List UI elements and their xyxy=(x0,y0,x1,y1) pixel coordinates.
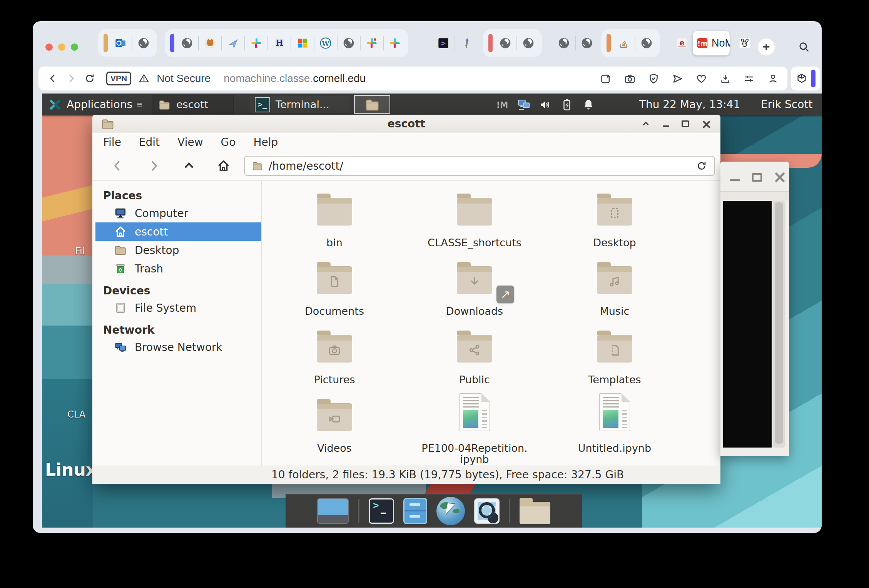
forward-button[interactable] xyxy=(147,159,161,173)
tab-group-pill[interactable] xyxy=(104,34,108,52)
back-button[interactable] xyxy=(47,73,58,84)
sidebar-item-file-system[interactable]: File System xyxy=(92,299,261,317)
nomachine-tray-icon[interactable] xyxy=(495,98,509,112)
up-button[interactable] xyxy=(182,159,196,173)
microsoft-tab-icon[interactable] xyxy=(291,36,314,50)
sidebar-item-browse-network[interactable]: Browse Network xyxy=(92,338,261,356)
web-tab-icon[interactable] xyxy=(132,36,155,50)
refresh-icon[interactable] xyxy=(696,160,707,172)
web-tab-icon[interactable] xyxy=(337,36,360,50)
taskbar-button-active-folder[interactable] xyxy=(354,95,390,114)
new-tab-button[interactable]: + xyxy=(758,38,775,55)
profile-icon[interactable] xyxy=(767,73,779,85)
menu-edit[interactable]: Edit xyxy=(139,136,160,149)
erlang-tab-icon[interactable] xyxy=(671,36,693,50)
vpn-badge[interactable]: VPN xyxy=(106,72,131,85)
file-item-classe-shortcuts[interactable]: CLASSE_shortcuts xyxy=(404,188,545,256)
file-item-bin[interactable]: bin xyxy=(264,188,404,256)
file-item-templates[interactable]: Templates xyxy=(545,325,685,393)
file-manager-titlebar[interactable]: escott × xyxy=(92,115,720,133)
camera-icon[interactable] xyxy=(624,73,636,85)
scrollbar-thumb[interactable] xyxy=(775,202,783,444)
web-tab-icon[interactable] xyxy=(516,36,540,50)
sidebar-item-desktop[interactable]: Desktop xyxy=(92,241,261,259)
file-item-public[interactable]: Public xyxy=(404,325,545,393)
close-button[interactable]: × xyxy=(701,118,712,130)
slack-tab-icon[interactable] xyxy=(244,36,267,50)
terminal-tab-icon[interactable] xyxy=(432,36,455,50)
path-bar[interactable]: /home/escott/ xyxy=(244,156,715,176)
active-tab-nomachine[interactable]: NoM xyxy=(693,31,730,55)
downloads-icon[interactable] xyxy=(719,73,731,85)
browser-extension-button[interactable] xyxy=(791,67,820,90)
taskbar-button-terminal[interactable]: >_ Terminal... xyxy=(249,95,349,114)
address-bar[interactable]: VPN Not Secure nomachine.classe.cornell.… xyxy=(38,67,787,90)
terminal-dock-icon[interactable] xyxy=(369,498,394,524)
file-item-music[interactable]: Music xyxy=(545,256,685,325)
tab-group-pill[interactable] xyxy=(488,34,493,52)
compose-icon[interactable] xyxy=(600,73,612,85)
h-site-tab-icon[interactable] xyxy=(267,36,291,50)
sidebar-item-computer[interactable]: Computer xyxy=(92,204,261,222)
file-item-untitled-notebook[interactable]: Untitled.ipynb xyxy=(545,393,685,462)
menu-view[interactable]: View xyxy=(177,136,203,149)
web-tab-icon[interactable] xyxy=(575,36,598,50)
web-tab-icon[interactable] xyxy=(635,36,658,50)
secondary-titlebar[interactable]: × xyxy=(720,162,789,192)
minimize-window-button[interactable] xyxy=(58,43,65,51)
maximize-button[interactable] xyxy=(752,173,762,182)
firefox-tab-icon[interactable] xyxy=(198,36,221,50)
outlook-tab-icon[interactable] xyxy=(109,36,132,50)
show-desktop-dock-icon[interactable] xyxy=(317,498,349,524)
share-send-icon[interactable] xyxy=(672,73,684,85)
desktop-icon-label-partial[interactable]: CLA xyxy=(67,409,85,420)
stackoverflow-tab-icon[interactable] xyxy=(612,36,635,50)
file-item-pictures[interactable]: Pictures xyxy=(264,325,404,393)
terminal-content[interactable] xyxy=(723,201,772,448)
minimize-button[interactable] xyxy=(663,125,669,127)
taskbar-button-escott[interactable]: escott xyxy=(152,95,234,114)
wordpress-tab-icon[interactable] xyxy=(314,36,337,50)
home-button[interactable] xyxy=(217,159,231,173)
applications-menu-button[interactable]: Applications xyxy=(45,94,145,115)
app-finder-dock-icon[interactable] xyxy=(474,498,500,524)
lavender-tab-icon[interactable] xyxy=(455,36,478,50)
power-tray-icon[interactable] xyxy=(560,98,574,112)
menu-help[interactable]: Help xyxy=(253,136,278,149)
file-manager-dock-icon[interactable] xyxy=(403,498,427,524)
gnu-tab-icon[interactable] xyxy=(734,36,756,50)
file-item-pe100-notebook[interactable]: PE100-04Repetition.ipynb xyxy=(404,393,545,462)
web-browser-dock-icon[interactable] xyxy=(436,497,465,525)
close-window-button[interactable] xyxy=(45,43,53,51)
back-button[interactable] xyxy=(110,159,124,173)
tab-group-pill[interactable] xyxy=(170,34,174,52)
slack-tab-icon[interactable] xyxy=(383,36,406,50)
privacy-shield-icon[interactable] xyxy=(648,73,660,85)
notifications-tray-icon[interactable] xyxy=(582,98,595,112)
scrollbar[interactable] xyxy=(773,201,785,448)
search-icon[interactable] xyxy=(798,41,810,53)
url-text[interactable]: nomachine.classe.cornell.edu xyxy=(224,72,366,85)
desktop-icon-label-partial[interactable]: Fil xyxy=(75,246,85,256)
path-input[interactable]: /home/escott/ xyxy=(269,160,343,172)
file-item-videos[interactable]: Videos xyxy=(264,393,404,462)
web-tab-icon[interactable] xyxy=(553,36,575,50)
app-tab-icon[interactable] xyxy=(221,36,244,50)
forward-button[interactable] xyxy=(65,73,77,84)
menu-file[interactable]: File xyxy=(103,136,121,149)
panel-clock[interactable]: Thu 22 May, 13:41 xyxy=(630,94,749,115)
file-item-downloads[interactable]: Downloads xyxy=(404,256,545,325)
web-tab-icon[interactable] xyxy=(176,36,198,50)
sidebar-item-escott[interactable]: escott xyxy=(92,222,261,241)
sidebar-item-trash[interactable]: Trash xyxy=(92,259,261,278)
reload-button[interactable] xyxy=(84,73,95,84)
shade-window-button[interactable] xyxy=(641,119,650,129)
tab-group-pill[interactable] xyxy=(607,34,611,52)
web-tab-icon[interactable] xyxy=(494,36,516,50)
slack-notification-tab-icon[interactable] xyxy=(360,36,383,50)
folder-dock-icon[interactable] xyxy=(520,502,550,524)
display-tray-icon[interactable] xyxy=(517,98,531,112)
maximize-button[interactable] xyxy=(682,120,689,127)
zoom-window-button[interactable] xyxy=(71,43,78,51)
preferences-sliders-icon[interactable] xyxy=(743,73,755,85)
